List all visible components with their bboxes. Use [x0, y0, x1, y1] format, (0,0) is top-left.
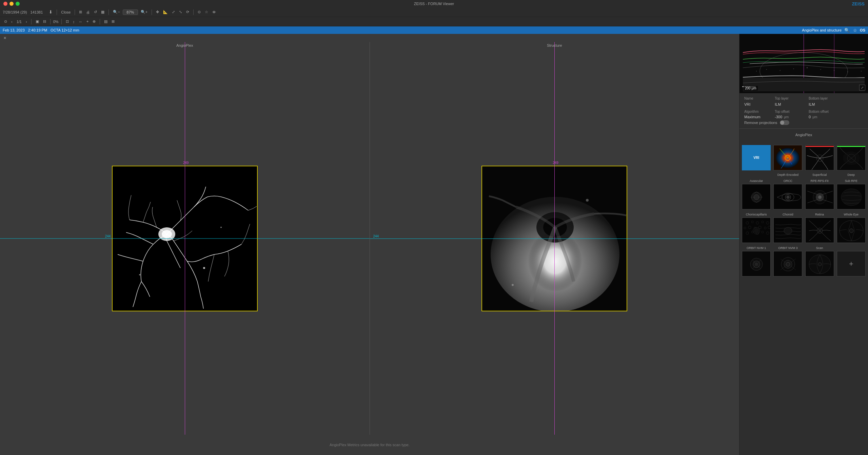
panel-close-button[interactable]: ✕	[3, 36, 6, 40]
retina-img[interactable]	[805, 218, 834, 243]
orcc-img[interactable]	[773, 184, 802, 209]
deep-thumb[interactable]	[837, 145, 866, 170]
nav-first-button[interactable]: ⊙	[3, 19, 8, 24]
tab-vri[interactable]: VRI	[741, 140, 772, 170]
overlay-btn3[interactable]: ↔	[77, 19, 84, 24]
superficial-thumb[interactable]	[805, 145, 834, 170]
opacity-indicator: 0%	[53, 20, 59, 24]
tab-superficial[interactable]	[804, 140, 835, 170]
thumb-sub-rpe[interactable]: Sub RPE	[836, 179, 867, 209]
close-window-button[interactable]	[3, 2, 7, 6]
avascular-img[interactable]	[742, 184, 771, 209]
eye-button[interactable]: 👁	[211, 9, 217, 15]
depth-encoded-thumb[interactable]	[773, 145, 802, 170]
zoom-out-button[interactable]: 🔍−	[112, 9, 121, 15]
thumb-retina[interactable]: Retina	[804, 212, 835, 243]
angioplex-top-tabs: VRI	[739, 140, 868, 170]
thumb-whole-eye[interactable]: Whole Eye	[836, 212, 867, 243]
structure-panel: Structure	[370, 42, 739, 435]
zoom-in-button[interactable]: 🔍+	[139, 9, 149, 15]
view-options-button[interactable]: ▦	[100, 9, 106, 15]
add-thumbnail-button[interactable]: +	[849, 260, 853, 268]
nav-next-button[interactable]: ›	[24, 19, 28, 24]
overlay-btn2[interactable]: ↕	[72, 19, 76, 24]
rotate-button[interactable]: ⟳	[185, 9, 191, 15]
top-tab-labels: Depth Encoded Superficial Deep	[739, 173, 868, 177]
grid-button[interactable]: ⊞	[78, 9, 83, 15]
thumb-add[interactable]: +	[836, 246, 867, 276]
layout-btn2[interactable]: ⊟	[42, 19, 47, 24]
oct-scale-label: 200 μm	[744, 86, 758, 90]
oct-expand-button[interactable]: ⤢	[859, 85, 865, 90]
scan-img[interactable]	[805, 251, 834, 276]
angioplex-image	[113, 166, 258, 311]
prop-name-col: Name	[744, 97, 775, 100]
svg-point-25	[834, 70, 834, 71]
svg-point-70	[754, 228, 759, 233]
images-area: AngioPlex	[0, 42, 739, 435]
svg-point-19	[756, 71, 757, 71]
choriocapillaris-img[interactable]	[742, 218, 771, 243]
orbit-nvm1-img[interactable]	[742, 251, 771, 276]
tab-depth-encoded[interactable]	[772, 140, 803, 170]
row2-thumbnails: Choriocapillaris	[739, 212, 868, 243]
add-img[interactable]: +	[837, 251, 866, 276]
thumb-avascular[interactable]: Avascular	[741, 179, 772, 209]
bottom-info-bar: AngioPlex Metrics unavailable for this s…	[0, 435, 739, 455]
patient-info-bar: Feb 13, 2023 2:40:19 PM OCTA 12×12 mm An…	[0, 26, 868, 34]
svg-point-38	[843, 151, 860, 165]
overlay-btn1[interactable]: ⊡	[64, 19, 70, 24]
thumb-rpe-rps-fit[interactable]: RPE-RPS-Fit	[804, 179, 835, 209]
search-icon-bar[interactable]: 🔍	[844, 27, 850, 34]
thumb-choriocapillaris[interactable]: Choriocapillaris	[741, 212, 772, 243]
thumb-scan[interactable]: Scan	[804, 246, 835, 276]
overlay-btn4[interactable]: ⌖	[85, 19, 90, 24]
thumb-orcc[interactable]: ORCC	[772, 179, 803, 209]
rpe-rps-fit-img[interactable]	[805, 184, 834, 209]
structure-canvas[interactable]: 244 249	[370, 42, 739, 435]
angioplex-panel: AngioPlex	[0, 42, 370, 435]
refresh-button[interactable]: ↺	[93, 9, 98, 15]
fit-button[interactable]: ⤢	[171, 9, 176, 15]
angioplex-canvas[interactable]: 244 249	[0, 42, 370, 435]
layout-btn1[interactable]: ▣	[34, 19, 40, 24]
sub-rpe-img[interactable]	[837, 184, 866, 209]
nav-prev-button[interactable]: ‹	[10, 19, 14, 24]
toolbar-separator-2	[75, 9, 75, 15]
remove-projections-toggle[interactable]	[780, 120, 789, 125]
whole-eye-img[interactable]	[837, 218, 866, 243]
orbit-nvm3-label: ORBIT NVM 3	[778, 246, 797, 250]
orbit-nvm3-img[interactable]	[773, 251, 802, 276]
move-button[interactable]: ⤡	[178, 9, 183, 15]
thumb-choroid[interactable]: Choroid	[772, 212, 803, 243]
toolbar-separator-4	[152, 9, 152, 15]
tab-deep[interactable]	[836, 140, 867, 170]
minimize-window-button[interactable]	[9, 2, 14, 6]
thumb-orbit-nvm1[interactable]: ORBIT NVM 1	[741, 246, 772, 276]
close-button[interactable]: Close	[60, 9, 72, 15]
avascular-label: Avascular	[750, 179, 763, 183]
pan-button[interactable]: ✥	[155, 9, 160, 15]
scan-type: OCTA 12×12 mm	[51, 28, 79, 32]
svg-point-78	[849, 229, 853, 233]
view-mode-label: AngioPlex and structure	[802, 28, 842, 32]
prop-bottom-layer-col: Bottom layer	[809, 97, 843, 100]
overlay-btn5[interactable]: ⊕	[91, 19, 97, 24]
download-button[interactable]: ⬇	[47, 9, 54, 15]
secondary-toolbar: ⊙ ‹ 1/1 › ▣ ⊟ 0% ⊡ ↕ ↔ ⌖ ⊕ ▤ ⊞	[0, 17, 868, 26]
star-icon-bar[interactable]: ☆	[852, 27, 858, 34]
toolbar-separator-3	[108, 9, 109, 15]
sync-btn[interactable]: ⊞	[110, 19, 116, 24]
svg-point-3	[203, 267, 205, 269]
choroid-img[interactable]	[773, 218, 802, 243]
thumb-orbit-nvm3[interactable]: ORBIT NVM 3	[772, 246, 803, 276]
print-button[interactable]: 🖨	[85, 9, 91, 15]
reset-button[interactable]: ⊙	[196, 9, 202, 15]
view-mode-btn[interactable]: ▤	[103, 19, 109, 24]
maximize-window-button[interactable]	[16, 2, 20, 6]
measure-button[interactable]: 📐	[162, 9, 169, 15]
vri-thumb[interactable]: VRI	[742, 145, 771, 170]
oct-image	[739, 34, 868, 93]
remove-projections-label: Remove projections	[744, 121, 777, 125]
star-button[interactable]: ☆	[203, 9, 210, 15]
